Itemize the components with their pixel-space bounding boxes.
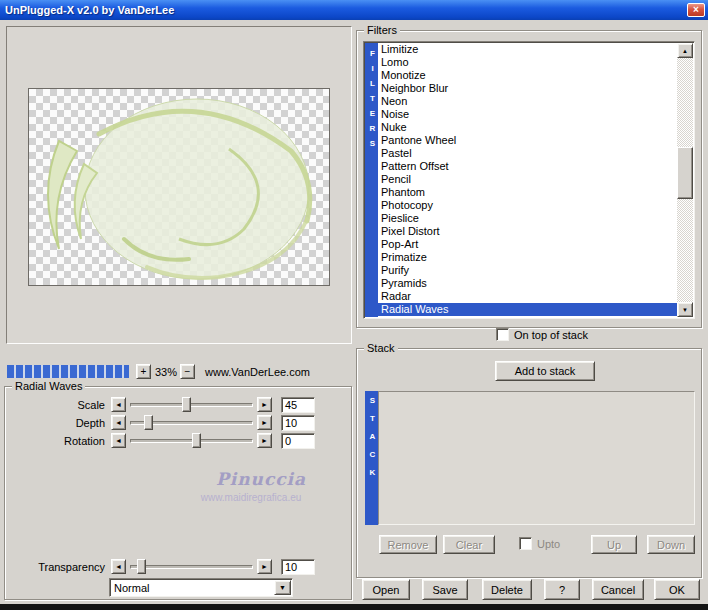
- upto-checkbox[interactable]: [519, 537, 532, 550]
- arrow-left-icon: ◄: [115, 419, 122, 426]
- filters-listbox: FILTERS LimitizeLomoMonotizeNeighbor Blu…: [363, 41, 695, 319]
- filter-item[interactable]: Noise: [378, 108, 677, 121]
- transparency-label: Transparency: [5, 561, 105, 573]
- stack-list-area[interactable]: [378, 391, 695, 525]
- filter-item[interactable]: Pop-Art: [378, 238, 677, 251]
- filter-item[interactable]: Pieslice: [378, 212, 677, 225]
- remove-button[interactable]: Remove: [379, 535, 437, 554]
- arrow-left-icon: ◄: [115, 563, 122, 570]
- arrow-right-icon: ►: [261, 563, 268, 570]
- delete-button[interactable]: Delete: [482, 579, 532, 600]
- rotation-slider-track[interactable]: [129, 433, 254, 448]
- save-button[interactable]: Save: [422, 579, 468, 600]
- filters-vertical-banner: FILTERS: [365, 43, 378, 317]
- close-icon: ×: [693, 5, 699, 15]
- up-button[interactable]: Up: [591, 535, 637, 554]
- filter-item[interactable]: Primatize: [378, 251, 677, 264]
- watermark-url: www.maidiregrafica.eu: [151, 492, 351, 503]
- zoom-in-button[interactable]: +: [136, 364, 151, 379]
- rotation-label: Rotation: [5, 435, 105, 447]
- filter-item[interactable]: Neighbor Blur: [378, 82, 677, 95]
- depth-decrement-button[interactable]: ◄: [111, 415, 126, 430]
- desktop-strip: [0, 604, 708, 610]
- scale-value-field[interactable]: 45: [281, 397, 315, 413]
- down-button[interactable]: Down: [647, 535, 695, 554]
- rotation-value-field[interactable]: 0: [281, 433, 315, 449]
- depth-slider-track[interactable]: [129, 415, 254, 430]
- transparency-slider-thumb[interactable]: [137, 559, 146, 574]
- scale-slider-thumb[interactable]: [182, 397, 191, 412]
- filter-item[interactable]: Limitize: [378, 43, 677, 56]
- filter-item[interactable]: Pantone Wheel: [378, 134, 677, 147]
- filters-group-title: Filters: [364, 24, 400, 36]
- upto-row: Upto: [519, 537, 560, 550]
- preview-image[interactable]: [28, 88, 330, 286]
- zoom-level: 33%: [155, 366, 177, 378]
- filter-item[interactable]: Lomo: [378, 56, 677, 69]
- filters-group: Filters FILTERS LimitizeLomoMonotizeNeig…: [356, 30, 702, 328]
- scale-increment-button[interactable]: ►: [257, 397, 272, 412]
- depth-slider-thumb[interactable]: [144, 415, 153, 430]
- filter-item[interactable]: Pastel: [378, 147, 677, 160]
- minus-icon: −: [185, 366, 191, 377]
- blend-mode-dropdown[interactable]: Normal ▼: [109, 578, 293, 597]
- dropdown-button[interactable]: ▼: [274, 580, 291, 595]
- filter-item[interactable]: Nuke: [378, 121, 677, 134]
- blend-mode-value: Normal: [114, 582, 149, 594]
- filter-item[interactable]: Pattern Offset: [378, 160, 677, 173]
- cancel-button[interactable]: Cancel: [592, 579, 644, 600]
- scale-decrement-button[interactable]: ◄: [111, 397, 126, 412]
- scroll-down-button[interactable]: ▼: [677, 302, 693, 317]
- filter-item[interactable]: Purify: [378, 264, 677, 277]
- preview-panel: [6, 26, 352, 344]
- stack-vertical-text: STACK: [367, 396, 378, 486]
- depth-increment-button[interactable]: ►: [257, 415, 272, 430]
- arrow-right-icon: ►: [261, 437, 268, 444]
- filter-item[interactable]: Pyramids: [378, 277, 677, 290]
- transparency-decrement-button[interactable]: ◄: [111, 559, 126, 574]
- close-button[interactable]: ×: [687, 3, 705, 17]
- arrow-right-icon: ►: [261, 401, 268, 408]
- clear-button[interactable]: Clear: [443, 535, 495, 554]
- filter-item[interactable]: Radial Waves: [378, 303, 677, 316]
- filter-item[interactable]: Radar: [378, 290, 677, 303]
- zoom-out-button[interactable]: −: [180, 364, 195, 379]
- title-bar[interactable]: UnPlugged-X v2.0 by VanDerLee ×: [0, 0, 708, 20]
- stack-group: Stack Add to stack STACK Remove Clear Up…: [356, 348, 702, 578]
- progress-fill: [7, 365, 129, 378]
- on-top-of-stack-row: On top of stack: [496, 328, 588, 341]
- transparency-increment-button[interactable]: ►: [257, 559, 272, 574]
- rotation-increment-button[interactable]: ►: [257, 433, 272, 448]
- on-top-of-stack-checkbox[interactable]: [496, 328, 509, 341]
- filter-item[interactable]: Radiale: [378, 316, 677, 317]
- scroll-up-button[interactable]: ▲: [677, 43, 693, 58]
- plugin-dialog: UnPlugged-X v2.0 by VanDerLee × + 33% − …: [0, 0, 708, 610]
- add-to-stack-button[interactable]: Add to stack: [495, 361, 595, 381]
- scale-slider-track[interactable]: [129, 397, 254, 412]
- depth-label: Depth: [5, 417, 105, 429]
- arrow-left-icon: ◄: [115, 437, 122, 444]
- open-button[interactable]: Open: [362, 579, 410, 600]
- filters-scrollbar[interactable]: ▲ ▼: [677, 43, 693, 317]
- arrow-up-icon: ▲: [682, 48, 688, 54]
- filter-item[interactable]: Phantom: [378, 186, 677, 199]
- vendor-website-text: www.VanDerLee.com: [205, 366, 310, 378]
- ok-button[interactable]: OK: [654, 579, 700, 600]
- depth-value-field[interactable]: 10: [281, 415, 315, 431]
- filter-item[interactable]: Pixel Distort: [378, 225, 677, 238]
- filters-list: LimitizeLomoMonotizeNeighbor BlurNeonNoi…: [378, 43, 677, 317]
- filter-item[interactable]: Pencil: [378, 173, 677, 186]
- filter-item[interactable]: Photocopy: [378, 199, 677, 212]
- window-title: UnPlugged-X v2.0 by VanDerLee: [5, 4, 174, 16]
- rotation-slider-thumb[interactable]: [192, 433, 201, 448]
- help-button[interactable]: ?: [544, 579, 580, 600]
- transparency-value-field[interactable]: 10: [281, 559, 315, 575]
- scrollbar-thumb[interactable]: [677, 147, 693, 199]
- rotation-decrement-button[interactable]: ◄: [111, 433, 126, 448]
- filter-item[interactable]: Monotize: [378, 69, 677, 82]
- filters-vertical-text: FILTERS: [367, 49, 378, 154]
- chevron-down-icon: ▼: [279, 584, 286, 591]
- transparency-slider-track[interactable]: [129, 559, 254, 574]
- filter-item[interactable]: Neon: [378, 95, 677, 108]
- swirl-graphic: [29, 89, 329, 285]
